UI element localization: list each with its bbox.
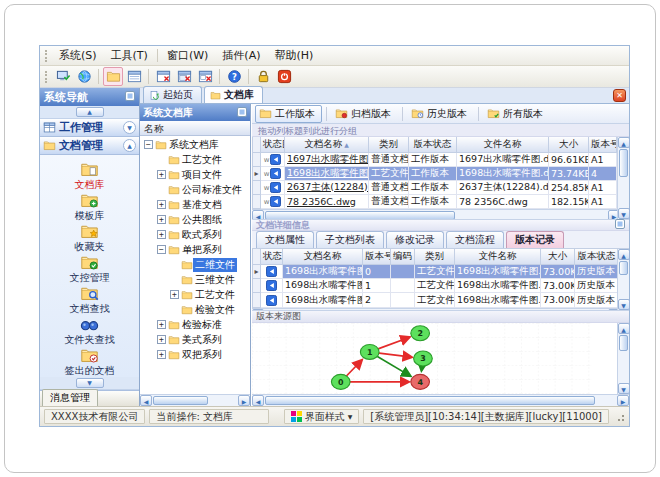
sidebar-item-收藏夹[interactable]: 收藏夹 [44,221,136,252]
scroll-up-icon[interactable]: ▲ [618,249,630,260]
column-header-版本号[interactable]: 版本号 [363,249,391,264]
sidebar-item-模板库[interactable]: 模板库 [44,190,136,221]
workspace-icon[interactable] [124,67,144,86]
tree-expander-plus[interactable]: + [157,320,166,329]
column-header-版本状态[interactable]: 版本状态 [575,249,618,264]
column-header-文档名称[interactable]: 文档名称▲ [285,137,369,152]
table-cell[interactable]: 78 2356C.dwg [285,194,369,208]
tree-node-系统文档库[interactable]: −系统文档库 [140,137,250,152]
graph-node-2[interactable]: 2 [411,326,430,341]
tree-expander-plus[interactable]: + [157,350,166,359]
chevron-up-icon[interactable]: ▲ [123,139,136,152]
close-icon[interactable]: ✕ [613,89,626,102]
sidebar-item-文控管理[interactable]: 文控管理 [44,252,136,283]
sidebar-item-文件夹查找[interactable]: 文件夹查找 [44,314,136,345]
tree-expander-minus[interactable]: − [144,140,153,149]
tree-node-三维文件[interactable]: 三维文件 [140,272,250,287]
graph-node-3[interactable]: 3 [414,351,433,366]
close-doc-icon[interactable] [153,67,173,86]
tree-node-欧式系列[interactable]: +欧式系列 [140,227,250,242]
version-graph[interactable]: 01234 [252,323,617,394]
scroll-left-icon[interactable]: ◀ [252,395,264,406]
scroll-down-icon[interactable]: ▼ [618,299,630,310]
scroll-thumb[interactable] [153,396,208,405]
close-other-icon[interactable] [195,67,215,86]
details-tab-文档属性[interactable]: 文档属性 [256,231,314,248]
table-cell[interactable]: 1698出水嘴零件图.dwg [285,166,369,180]
menu-item-2[interactable]: 窗口(W) [160,46,215,65]
table-cell[interactable]: 2637主体(12284).dwg [285,180,369,194]
tree-node-检验标准[interactable]: +检验标准 [140,317,250,332]
column-header-版本号[interactable]: 版本号 [589,137,617,152]
column-header-大小[interactable]: 大小 [549,137,589,152]
scroll-thumb[interactable] [619,149,628,177]
table-row[interactable]: 1698出水嘴零件图.dwg1工艺文件1698出水嘴零件图.dwg73.00KB… [253,278,618,292]
tree-node-单把系列[interactable]: −单把系列 [140,242,250,257]
column-header-文件名称[interactable]: 文件名称 [457,137,549,152]
scroll-left-icon[interactable]: ◀ [140,395,152,406]
table-row[interactable]: w1697出水嘴零件图.dwg普通文档工作版本1697出水嘴零件图.dwg96.… [253,152,618,166]
tab-message-management[interactable]: 消息管理 [42,389,98,406]
resize-grip[interactable] [615,412,625,422]
table-cell[interactable]: 1697出水嘴零件图.dwg [285,152,369,166]
table-row[interactable]: ▸1698出水嘴零件图.dwg0工艺文件1698出水嘴零件图.dwg73.00K… [253,264,618,278]
table-row[interactable]: 1698出水嘴零件图.dwg2工艺文件1698出水嘴零件图.dwg73.00KB… [253,292,618,307]
tree-hscrollbar[interactable]: ◀ ▶ [140,394,250,406]
menu-item-3[interactable]: 插件(A) [215,46,267,65]
desktop-icon[interactable] [53,67,73,86]
lock-icon[interactable] [253,67,273,86]
tree-node-公共图纸[interactable]: +公共图纸 [140,212,250,227]
graph-node-1[interactable]: 1 [360,344,379,359]
details-tab-子文档列表[interactable]: 子文档列表 [316,231,384,248]
scroll-right-icon[interactable]: ▶ [608,210,617,220]
details-tab-修改记录[interactable]: 修改记录 [386,231,444,248]
scroll-thumb[interactable] [619,335,628,351]
scroll-down-icon[interactable]: ▼ [618,208,630,219]
help-icon[interactable]: ? [224,67,244,86]
chevron-down-icon[interactable]: ▼ [76,378,104,388]
menu-item-0[interactable]: 系统(S) [52,46,104,65]
graph-hscrollbar[interactable]: ◀ ▶ [252,394,629,406]
button-历史版本[interactable]: 历史版本 [407,105,474,123]
tree-column-header[interactable]: 名称 [140,121,250,136]
tree-expander-plus[interactable]: + [157,335,166,344]
menu-item-1[interactable]: 工具(T) [104,46,155,65]
tab-文档库[interactable]: 文档库 [204,86,263,103]
exit-icon[interactable] [274,67,294,86]
tree-node-二维文件[interactable]: 二维文件 [140,257,250,272]
chevron-up-icon[interactable]: ▲ [76,107,104,117]
column-header-类别[interactable]: 类别 [415,249,455,264]
table-row[interactable]: ▸w1698出水嘴零件图.dwg工艺文件工作版本1698出水嘴零件图.dwg73… [253,166,618,180]
scroll-right-icon[interactable]: ▶ [617,395,629,406]
close-all-icon[interactable] [174,67,194,86]
tree-node-项目文件[interactable]: +项目文件 [140,167,250,182]
button-归档版本[interactable]: 归档版本 [331,105,398,123]
column-header-状态图[interactable]: 状态图 [261,137,285,152]
ui-style-button[interactable]: 界面样式 ▼ [284,409,360,424]
chevron-down-icon[interactable]: ▼ [123,121,136,134]
column-header-版本状态[interactable]: 版本状态 [409,137,457,152]
table-row[interactable]: w78 2356C.dwg普通文档工作版本78 2356C.dwg182.15K… [253,194,618,208]
column-header-状态图[interactable]: 状态图 [261,249,283,264]
scroll-up-icon[interactable]: ▲ [618,323,630,334]
tree-node-公司标准文件[interactable]: 公司标准文件 [140,182,250,197]
tree-node-双把系列[interactable]: +双把系列 [140,347,250,362]
graph-node-4[interactable]: 4 [411,374,430,389]
button-工作版本[interactable]: 工作版本 [255,105,322,123]
scroll-down-icon[interactable]: ▼ [618,383,630,394]
sidebar-item-文档库[interactable]: 文档库 [44,159,136,190]
tab-起始页[interactable]: 起始页 [143,86,202,103]
sidebar-item-签出的文档[interactable]: 签出的文档 [44,345,136,376]
browser-icon[interactable] [74,67,94,86]
tree-node-美式系列[interactable]: +美式系列 [140,332,250,347]
sidebar-group-0[interactable]: 工作管理▼ [40,119,139,137]
open-library-icon[interactable] [103,67,123,86]
graph-vscrollbar[interactable]: ▲ ▼ [617,323,629,394]
tree-expander-plus[interactable]: + [157,230,166,239]
details-tab-版本记录[interactable]: 版本记录 [506,231,564,248]
column-header-大小[interactable]: 大小 [541,249,575,264]
tree-node-基准文档[interactable]: +基准文档 [140,197,250,212]
column-header-文件名称[interactable]: 文件名称 [455,249,541,264]
tree-expander-plus[interactable]: + [157,215,166,224]
column-header-类别[interactable]: 类别 [369,137,409,152]
